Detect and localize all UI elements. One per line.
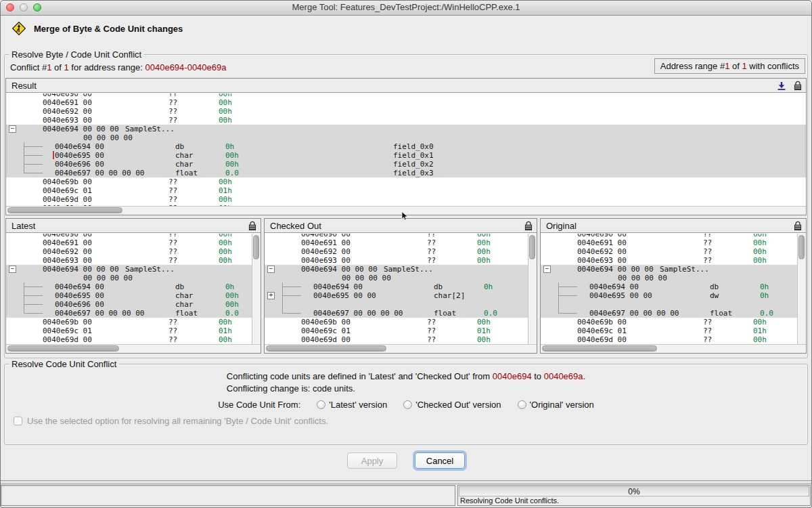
listing-row[interactable]: 0040e69d 00??00h — [6, 195, 806, 204]
listing-blank-row[interactable] — [265, 300, 528, 309]
listing-row[interactable]: 0040e690 00??00h — [265, 234, 528, 238]
listing-row[interactable]: 0040e693 00??00h — [6, 256, 252, 265]
listing-row[interactable]: 0040e693 00??00h — [541, 256, 798, 265]
listing-row[interactable]: 0040e69c 01??01h — [6, 186, 806, 195]
scrollbar-thumb[interactable] — [542, 345, 657, 352]
apply-button[interactable]: Apply — [347, 452, 397, 469]
listing-row[interactable]: 0040e691 00??00h — [541, 238, 798, 247]
mnemonic: ?? — [427, 234, 436, 238]
listing-row[interactable]: 0040e692 00??00h — [6, 107, 806, 116]
scrollbar-thumb[interactable] — [253, 235, 259, 259]
listing-row[interactable]: 0040e69b 00??00h — [265, 318, 528, 326]
listing-member-row[interactable]: 0040e697 00 00 00 00float0.0field_0x3 — [6, 169, 806, 177]
collapse-icon[interactable]: − — [9, 125, 16, 133]
address-bytes: 0040e69d 00 — [43, 335, 92, 344]
scrollbar-thumb[interactable] — [7, 345, 119, 352]
checked-out-horizontal-scrollbar[interactable] — [265, 344, 537, 353]
use-for-all-checkbox-row[interactable]: Use the selected option for resolving al… — [14, 416, 328, 426]
listing-member-row[interactable]: 0040e696 00char00hfield_0x2 — [6, 160, 806, 169]
listing-row[interactable]: −0040e694 00 00 00SampleSt... — [541, 265, 798, 274]
listing-row[interactable]: 0040e69d 00??00h — [6, 335, 252, 344]
original-vertical-scrollbar[interactable] — [797, 234, 806, 344]
listing-row[interactable]: 0040e69d 00??00h — [541, 335, 798, 344]
address-range-counter: Address range #1 of 1 with conflicts — [654, 58, 805, 74]
listing-member-row[interactable]: 0040e695 00char00hfield_0x1 — [6, 151, 806, 160]
listing-row[interactable]: 0040e69b 00??00h — [6, 177, 806, 186]
listing-row[interactable]: 0040e692 00??00h — [6, 247, 252, 256]
listing-row[interactable]: 0040e691 00??00h — [265, 238, 528, 247]
scrollbar-thumb[interactable] — [529, 235, 535, 259]
listing-row[interactable]: 0040e692 00??00h — [265, 247, 528, 256]
listing-continuation-row[interactable]: 00 00 00 00 — [6, 274, 252, 282]
minimize-button[interactable] — [20, 3, 28, 12]
lock-icon[interactable] — [794, 221, 802, 231]
radio-latest-version[interactable]: 'Latest' version — [317, 400, 387, 410]
listing-row[interactable]: 0040e69c 01??01h — [265, 326, 528, 335]
listing-member-row[interactable]: 0040e697 00 00 00 00float0.0 — [6, 309, 252, 318]
zoom-button[interactable] — [33, 3, 41, 12]
collapse-icon[interactable]: − — [543, 266, 551, 273]
listing-member-row[interactable]: 0040e696 00char00h — [6, 300, 252, 309]
close-button[interactable] — [6, 3, 14, 12]
listing-member-row[interactable]: 0040e697 00 00 00 00float0.0 — [265, 309, 528, 318]
cancel-button[interactable]: Cancel — [415, 452, 465, 469]
listing-continuation-row[interactable]: 00 00 00 00 — [6, 133, 806, 142]
lock-icon[interactable] — [794, 81, 802, 91]
listing-row[interactable]: 0040e691 00??00h — [6, 98, 806, 107]
collapse-icon[interactable]: − — [9, 266, 16, 273]
listing-member-row[interactable]: 0040e697 00 00 00 00float0.0 — [541, 309, 798, 318]
checkbox-icon[interactable] — [14, 417, 22, 425]
listing-row[interactable]: −0040e694 00 00 00SampleSt... — [6, 125, 806, 133]
collapse-icon[interactable]: − — [267, 266, 275, 273]
address-bytes: 0040e695 00 — [55, 291, 104, 300]
listing-blank-row[interactable] — [541, 300, 798, 309]
titlebar[interactable]: Merge Tool: Features_DevTestProject:/Win… — [0, 0, 812, 16]
listing-row[interactable]: 0040e69d 00??00h — [265, 335, 528, 344]
listing-member-row[interactable]: 0040e695 00char00h — [6, 291, 252, 300]
radio-button-icon[interactable] — [518, 400, 526, 409]
scroll-to-bottom-icon[interactable] — [777, 81, 786, 91]
scrollbar-thumb[interactable] — [798, 235, 805, 259]
listing-row[interactable]: 0040e690 00??00h — [6, 234, 252, 238]
listing-member-row[interactable]: +0040e695 00 00char[2] — [265, 291, 528, 300]
expand-icon[interactable]: + — [267, 292, 275, 299]
listing-row[interactable]: −0040e694 00 00 00SampleSt... — [265, 265, 528, 274]
listing-continuation-row[interactable]: 00 00 00 00 — [541, 274, 798, 282]
listing-row[interactable]: 0040e693 00??00h — [265, 256, 528, 265]
listing-row[interactable]: −0040e694 00 00 00SampleSt... — [6, 265, 252, 274]
address-bytes: 0040e69d 00 — [301, 335, 351, 344]
radio-button-icon[interactable] — [403, 400, 412, 409]
latest-vertical-scrollbar[interactable] — [252, 234, 261, 344]
lock-icon[interactable] — [524, 221, 533, 231]
listing-member-row[interactable]: 0040e695 00 00dw0h — [541, 291, 798, 300]
listing-member-row[interactable]: 0040e694 00db0h — [6, 282, 252, 291]
address-bytes: 0040e69b 00 — [43, 318, 92, 326]
scrollbar-thumb[interactable] — [266, 345, 386, 352]
original-horizontal-scrollbar[interactable] — [541, 344, 806, 353]
scrollbar-thumb[interactable] — [7, 207, 122, 213]
listing-row[interactable]: 0040e69b 00??00h — [541, 318, 798, 326]
listing-row[interactable]: 0040e69c 01??01h — [6, 326, 252, 335]
listing-row[interactable]: 0040e69c 01??01h — [541, 326, 798, 335]
listing-row[interactable]: 0040e692 00??00h — [541, 247, 798, 256]
listing-row[interactable]: 0040e69b 00??00h — [6, 318, 252, 326]
checked-out-vertical-scrollbar[interactable] — [528, 234, 537, 344]
listing-member-row[interactable]: 0040e694 00db0hfield_0x0 — [6, 142, 806, 151]
radio-button-icon[interactable] — [317, 400, 325, 409]
address-bytes: 0040e697 00 00 00 00 — [55, 169, 144, 177]
mnemonic: char — [175, 160, 194, 169]
listing-member-row[interactable]: 0040e694 00db0h — [541, 282, 798, 291]
listing-continuation-row[interactable]: 00 00 00 00 — [265, 274, 528, 282]
listing-row[interactable]: 0040e690 00??00h — [541, 234, 798, 238]
radio-original-version[interactable]: 'Original' version — [518, 400, 594, 410]
latest-horizontal-scrollbar[interactable] — [6, 344, 261, 353]
listing-row[interactable]: 0040e691 00??00h — [6, 238, 252, 247]
operand: 00h — [225, 300, 239, 309]
lock-icon[interactable] — [248, 221, 256, 231]
address-bytes: 0040e690 00 — [43, 234, 92, 238]
listing-row[interactable]: 0040e690 00??00h — [6, 93, 806, 98]
listing-member-row[interactable]: 0040e694 00db0h — [265, 282, 528, 291]
plain-text: Conflicting code units are defined in 'L… — [227, 371, 493, 381]
radio-checked-out-version[interactable]: 'Checked Out' version — [403, 400, 501, 410]
listing-row[interactable]: 0040e693 00??00h — [6, 116, 806, 125]
